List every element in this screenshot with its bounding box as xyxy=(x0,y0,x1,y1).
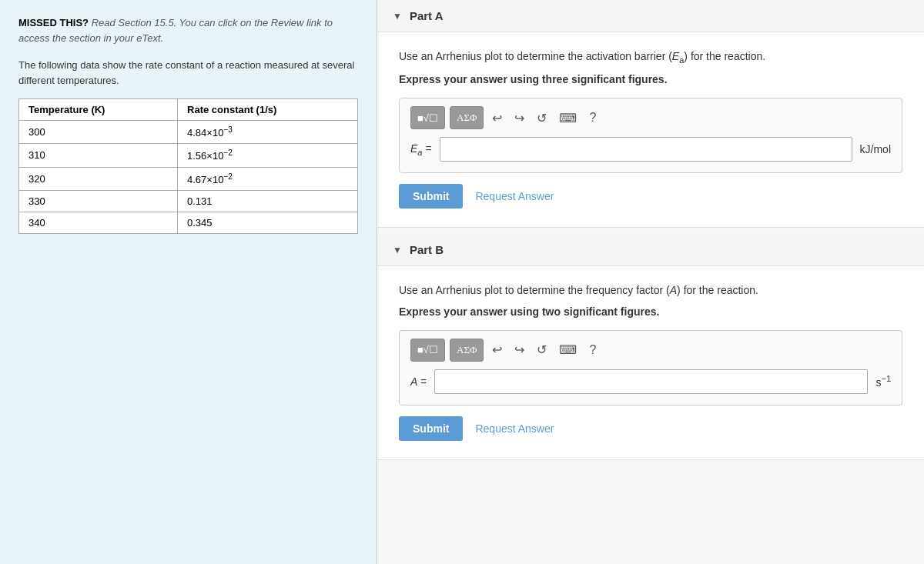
part-a-arrow-icon: ▼ xyxy=(393,11,402,22)
sqrt-icon: ■ xyxy=(417,112,424,124)
part-b-redo-button[interactable]: ↪ xyxy=(511,341,528,359)
part-a-keyboard-button[interactable]: ⌨ xyxy=(555,109,581,127)
temp-cell: 340 xyxy=(19,212,178,233)
temp-cell: 310 xyxy=(19,144,178,167)
rate-cell: 0.345 xyxy=(178,212,358,233)
col1-header: Temperature (K) xyxy=(19,99,178,121)
part-a-answer-input[interactable] xyxy=(440,137,852,162)
part-b-answer-input[interactable] xyxy=(434,369,869,394)
table-row: 320 4.67×10−2 xyxy=(19,167,358,190)
part-a-instruction: Express your answer using three signific… xyxy=(399,73,902,85)
part-b-keyboard-button[interactable]: ⌨ xyxy=(555,341,581,359)
part-a-action-row: Submit Request Answer xyxy=(399,184,902,209)
keyboard-icon: ⌨ xyxy=(559,343,577,356)
part-a-undo-button[interactable]: ↩ xyxy=(488,109,506,127)
data-description: The following data show the rate constan… xyxy=(18,58,358,88)
part-b-answer-box: ■ √☐ ΑΣΦ ↩ ↪ ↺ ⌨ xyxy=(399,330,902,405)
temp-cell: 330 xyxy=(19,190,178,212)
keyboard-icon: ⌨ xyxy=(559,112,577,125)
part-b-ase-button[interactable]: ΑΣΦ xyxy=(450,339,484,362)
missed-this-text: MISSED THIS? Read Section 15.5. You can … xyxy=(18,15,358,45)
part-b-arrow-icon: ▼ xyxy=(393,245,402,255)
part-a-header[interactable]: ▼ Part A xyxy=(377,0,924,32)
part-b-input-row: A = s−1 xyxy=(410,369,891,394)
part-a-sqrt-button[interactable]: ■ √☐ xyxy=(410,106,445,129)
ase-symbol: ΑΣΦ xyxy=(457,112,477,124)
part-a-request-answer-link[interactable]: Request Answer xyxy=(475,190,554,202)
missed-this-label: MISSED THIS? xyxy=(18,17,89,28)
part-b-unit: s−1 xyxy=(875,374,891,389)
part-a-toolbar: ■ √☐ ΑΣΦ ↩ ↪ ↺ ⌨ xyxy=(410,106,891,129)
part-b-section: ▼ Part B Use an Arrhenius plot to determ… xyxy=(377,234,924,459)
part-b-instruction: Express your answer using two significan… xyxy=(399,305,902,318)
part-a-eq-label: Ea = xyxy=(410,142,432,157)
redo-icon: ↪ xyxy=(514,343,524,356)
part-b-submit-button[interactable]: Submit xyxy=(399,416,463,441)
part-b-action-row: Submit Request Answer xyxy=(399,416,902,441)
table-row: 330 0.131 xyxy=(19,190,358,212)
part-b-title: Part B xyxy=(410,243,444,256)
refresh-icon: ↺ xyxy=(537,112,547,125)
part-b-undo-button[interactable]: ↩ xyxy=(488,341,506,359)
part-a-submit-button[interactable]: Submit xyxy=(399,184,463,209)
left-panel: MISSED THIS? Read Section 15.5. You can … xyxy=(0,0,377,564)
data-table: Temperature (K) Rate constant (1/s) 300 … xyxy=(18,98,358,234)
temp-cell: 320 xyxy=(19,167,178,190)
part-b-header[interactable]: ▼ Part B xyxy=(377,234,924,266)
table-row: 340 0.345 xyxy=(19,212,358,233)
part-b-help-button[interactable]: ? xyxy=(585,342,600,359)
ase-symbol: ΑΣΦ xyxy=(457,344,477,356)
undo-icon: ↩ xyxy=(492,343,502,356)
redo-icon: ↪ xyxy=(514,112,524,125)
right-panel: ▼ Part A Use an Arrhenius plot to determ… xyxy=(377,0,924,564)
rate-cell: 1.56×10−2 xyxy=(178,144,358,167)
part-a-redo-button[interactable]: ↪ xyxy=(511,109,528,127)
part-b-eq-label: A = xyxy=(410,375,427,388)
part-b-sqrt-button[interactable]: ■ √☐ xyxy=(410,339,445,362)
part-b-content: Use an Arrhenius plot to determine the f… xyxy=(377,266,924,459)
table-row: 310 1.56×10−2 xyxy=(19,144,358,167)
part-a-var: E xyxy=(672,50,679,62)
sqrt-symbol: √☐ xyxy=(424,112,438,124)
part-b-var: A xyxy=(670,284,677,296)
refresh-icon: ↺ xyxy=(537,343,547,356)
temp-cell: 300 xyxy=(19,121,178,144)
part-b-refresh-button[interactable]: ↺ xyxy=(533,341,551,359)
undo-icon: ↩ xyxy=(492,112,502,125)
help-icon: ? xyxy=(589,343,596,356)
part-b-question: Use an Arrhenius plot to determine the f… xyxy=(399,282,902,299)
part-a-ase-button[interactable]: ΑΣΦ xyxy=(450,106,484,129)
rate-cell: 0.131 xyxy=(178,190,358,212)
part-b-toolbar: ■ √☐ ΑΣΦ ↩ ↪ ↺ ⌨ xyxy=(410,339,891,362)
part-a-input-row: Ea = kJ/mol xyxy=(410,137,891,162)
part-b-request-answer-link[interactable]: Request Answer xyxy=(475,422,554,435)
part-a-refresh-button[interactable]: ↺ xyxy=(533,109,551,127)
part-a-help-button[interactable]: ? xyxy=(585,109,600,126)
part-a-answer-box: ■ √☐ ΑΣΦ ↩ ↪ ↺ ⌨ xyxy=(399,98,902,173)
part-a-unit: kJ/mol xyxy=(860,143,891,155)
part-a-question: Use an Arrhenius plot to determine the a… xyxy=(399,48,902,67)
rate-cell: 4.67×10−2 xyxy=(178,167,358,190)
col2-header: Rate constant (1/s) xyxy=(178,99,358,121)
part-a-section: ▼ Part A Use an Arrhenius plot to determ… xyxy=(377,0,924,228)
sqrt-icon: ■ xyxy=(417,344,424,355)
part-a-content: Use an Arrhenius plot to determine the a… xyxy=(377,32,924,227)
part-a-title: Part A xyxy=(410,9,444,22)
rate-cell: 4.84×10−3 xyxy=(178,121,358,144)
help-icon: ? xyxy=(589,111,596,124)
sqrt-symbol: √☐ xyxy=(424,344,438,355)
table-row: 300 4.84×10−3 xyxy=(19,121,358,144)
